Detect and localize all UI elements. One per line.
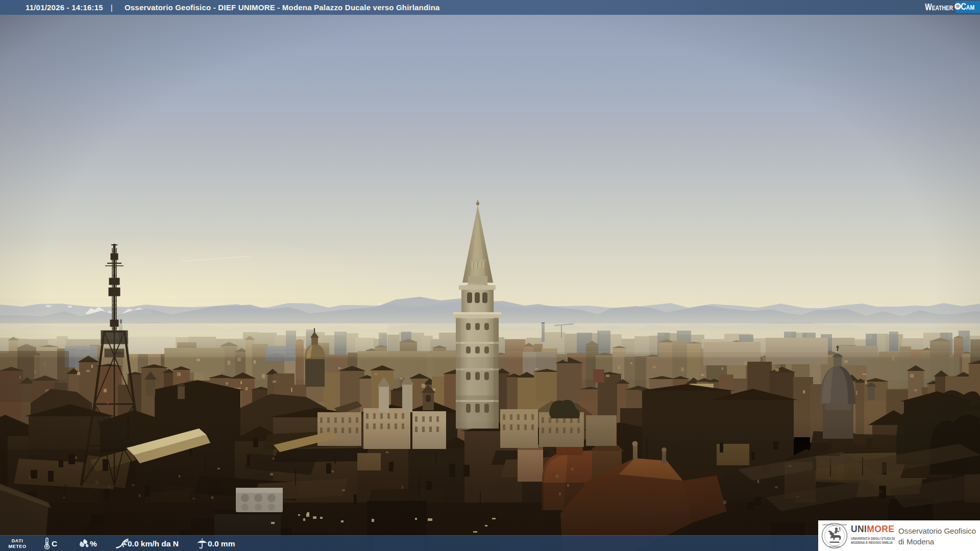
svg-text:UNIVERSITAS STUDIORUM: UNIVERSITAS STUDIORUM [823,524,847,526]
svg-text:MUTINENSIS: MUTINENSIS [829,546,841,548]
